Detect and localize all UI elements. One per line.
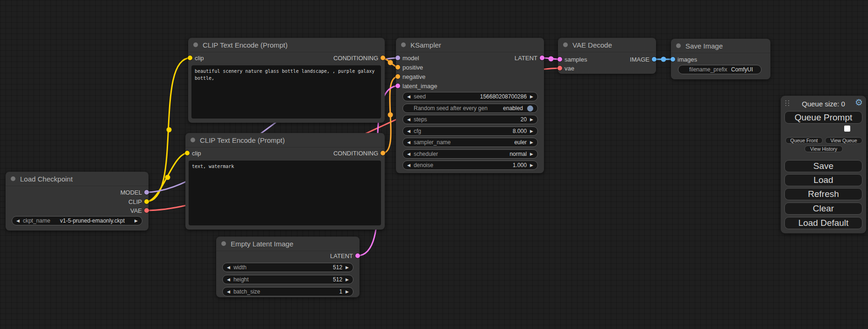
input-slot-samples[interactable]: samples [558, 55, 587, 63]
model-slot-dot[interactable] [144, 190, 149, 195]
output-slot-latent[interactable]: LATENT [330, 252, 360, 260]
node-collapse-dot[interactable] [221, 241, 226, 246]
increment-arrow-icon[interactable]: ▶ [530, 117, 533, 122]
node-collapse-dot[interactable] [193, 42, 198, 47]
node-save-image[interactable]: Save Image images filename_prefix ComfyU… [671, 39, 770, 79]
node-collapse-dot[interactable] [676, 43, 681, 48]
extra-options-checkbox[interactable] [844, 126, 850, 132]
steps-widget[interactable]: ◀ steps 20 ▶ [402, 115, 538, 124]
input-slot-clip[interactable]: clip [185, 149, 201, 157]
scheduler-widget[interactable]: ◀ scheduler normal ▶ [402, 149, 538, 159]
increment-arrow-icon[interactable]: ▶ [530, 152, 533, 156]
random-seed-toggle-widget[interactable]: Random seed after every gen enabled [402, 104, 538, 113]
increment-arrow-icon[interactable]: ▶ [346, 289, 349, 294]
output-slot-conditioning[interactable]: CONDITIONING [333, 54, 385, 62]
input-slot-clip[interactable]: clip [188, 54, 204, 62]
vae-slot-dot[interactable] [557, 66, 562, 70]
decrement-arrow-icon[interactable]: ◀ [16, 218, 20, 223]
node-empty-latent-image[interactable]: Empty Latent Image LATENT ◀ width 512 ▶ … [216, 237, 360, 297]
filename-prefix-widget[interactable]: filename_prefix ComfyUI [678, 65, 762, 74]
decrement-arrow-icon[interactable]: ◀ [407, 129, 410, 133]
prompt-textarea[interactable]: text, watermark [189, 161, 381, 225]
decrement-arrow-icon[interactable]: ◀ [407, 94, 410, 99]
refresh-button[interactable]: Refresh [784, 188, 862, 200]
node-header[interactable]: Load Checkpoint [6, 172, 148, 186]
batch-size-widget[interactable]: ◀ batch_size 1 ▶ [222, 287, 353, 296]
conditioning-slot-dot[interactable] [381, 56, 385, 60]
latent-slot-dot[interactable] [395, 84, 400, 88]
seed-widget[interactable]: ◀ seed 156680208700286 ▶ [402, 92, 538, 101]
sampler-name-widget[interactable]: ◀ sampler_name euler ▶ [402, 138, 538, 147]
width-widget[interactable]: ◀ width 512 ▶ [222, 263, 353, 272]
input-slot-images[interactable]: images [671, 55, 697, 63]
clip-slot-dot[interactable] [188, 56, 192, 60]
conditioning-slot-dot[interactable] [395, 74, 400, 79]
image-slot-dot[interactable] [670, 57, 675, 62]
node-ksampler[interactable]: KSampler model positive negative latent_… [396, 38, 544, 173]
node-header[interactable]: CLIP Text Encode (Prompt) [185, 133, 385, 147]
decrement-arrow-icon[interactable]: ◀ [407, 152, 410, 156]
increment-arrow-icon[interactable]: ▶ [346, 265, 349, 270]
increment-arrow-icon[interactable]: ▶ [134, 218, 138, 223]
node-vae-decode[interactable]: VAE Decode samples vae IMAGE [558, 38, 656, 74]
node-header[interactable]: Empty Latent Image [216, 237, 360, 251]
image-slot-dot[interactable] [652, 57, 656, 62]
view-history-button[interactable]: View History [804, 146, 843, 152]
output-slot-image[interactable]: IMAGE [630, 55, 656, 63]
vae-slot-dot[interactable] [144, 208, 149, 213]
ckpt-name-widget[interactable]: ◀ ckpt_name v1-5-pruned-emaonly.ckpt ▶ [12, 216, 142, 225]
latent-slot-dot[interactable] [355, 253, 360, 258]
input-slot-positive[interactable]: positive [396, 63, 423, 71]
node-header[interactable]: VAE Decode [558, 38, 656, 52]
node-header[interactable]: Save Image [671, 39, 770, 53]
denoise-widget[interactable]: ◀ denoise 1.000 ▶ [402, 161, 538, 170]
increment-arrow-icon[interactable]: ▶ [530, 163, 533, 168]
input-slot-latent-image[interactable]: latent_image [396, 82, 437, 90]
view-queue-button[interactable]: View Queue [825, 137, 862, 144]
decrement-arrow-icon[interactable]: ◀ [407, 163, 410, 168]
output-slot-model[interactable]: MODEL [120, 188, 148, 196]
clip-slot-dot[interactable] [185, 151, 190, 155]
increment-arrow-icon[interactable]: ▶ [530, 129, 533, 133]
cfg-widget[interactable]: ◀ cfg 8.000 ▶ [402, 126, 538, 136]
increment-arrow-icon[interactable]: ▶ [530, 94, 533, 99]
output-slot-conditioning[interactable]: CONDITIONING [333, 149, 385, 157]
save-button[interactable]: Save [784, 160, 862, 172]
increment-arrow-icon[interactable]: ▶ [346, 277, 349, 282]
settings-gear-icon[interactable]: ⚙ [855, 98, 863, 107]
increment-arrow-icon[interactable]: ▶ [530, 140, 533, 145]
queue-prompt-button[interactable]: Queue Prompt [784, 111, 862, 124]
decrement-arrow-icon[interactable]: ◀ [227, 289, 230, 294]
load-button[interactable]: Load [784, 174, 862, 186]
node-clip-text-encode-negative[interactable]: CLIP Text Encode (Prompt) clip CONDITION… [185, 133, 385, 230]
toggle-knob[interactable] [527, 105, 533, 112]
model-slot-dot[interactable] [395, 56, 400, 60]
input-slot-negative[interactable]: negative [396, 72, 425, 81]
height-widget[interactable]: ◀ height 512 ▶ [222, 275, 353, 284]
input-slot-model[interactable]: model [396, 54, 419, 62]
node-collapse-dot[interactable] [563, 42, 568, 47]
clear-button[interactable]: Clear [784, 203, 862, 215]
prompt-textarea[interactable]: beautiful scenery nature glass bottle la… [191, 65, 381, 119]
output-slot-vae[interactable]: VAE [130, 206, 148, 215]
node-collapse-dot[interactable] [11, 176, 15, 181]
node-clip-text-encode-positive[interactable]: CLIP Text Encode (Prompt) clip CONDITION… [188, 38, 385, 123]
decrement-arrow-icon[interactable]: ◀ [227, 265, 230, 270]
node-header[interactable]: CLIP Text Encode (Prompt) [188, 38, 385, 52]
output-slot-clip[interactable]: CLIP [128, 197, 148, 206]
conditioning-slot-dot[interactable] [395, 65, 400, 70]
latent-slot-dot[interactable] [557, 57, 562, 62]
queue-front-button[interactable]: Queue Front [785, 137, 823, 144]
node-collapse-dot[interactable] [191, 138, 195, 142]
clip-slot-dot[interactable] [144, 199, 149, 204]
node-load-checkpoint[interactable]: Load Checkpoint MODEL CLIP VAE ◀ ckpt_na… [6, 172, 148, 231]
load-default-button[interactable]: Load Default [784, 217, 862, 229]
node-header[interactable]: KSampler [396, 38, 544, 52]
decrement-arrow-icon[interactable]: ◀ [407, 140, 410, 145]
input-slot-vae[interactable]: vae [558, 64, 574, 72]
node-collapse-dot[interactable] [401, 42, 406, 47]
output-slot-latent[interactable]: LATENT [515, 54, 544, 62]
latent-slot-dot[interactable] [540, 56, 544, 60]
conditioning-slot-dot[interactable] [381, 151, 385, 155]
decrement-arrow-icon[interactable]: ◀ [407, 117, 410, 122]
